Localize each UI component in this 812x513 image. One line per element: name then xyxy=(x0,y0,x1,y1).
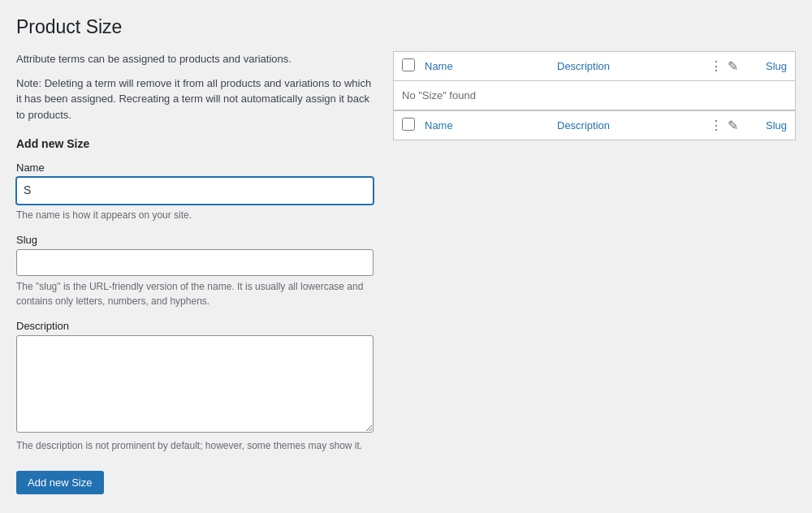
page-title: Product Size xyxy=(16,16,796,38)
description-field-group: Description The description is not promi… xyxy=(16,320,374,453)
slug-label: Slug xyxy=(16,234,374,246)
header-checkbox[interactable] xyxy=(402,58,415,71)
table-footer-row: Name Description ⋮ ✎ Slug xyxy=(394,110,795,140)
name-input[interactable] xyxy=(16,177,374,205)
terms-table: Name Description ⋮ ✎ Slug No "Size" foun… xyxy=(393,51,796,140)
slug-input[interactable] xyxy=(16,249,374,277)
footer-checkbox-col xyxy=(402,118,425,133)
name-hint: The name is how it appears on your site. xyxy=(16,208,374,222)
edit-icon: ✎ xyxy=(728,58,738,74)
table-header-row: Name Description ⋮ ✎ Slug xyxy=(394,52,795,81)
description-hint: The description is not prominent by defa… xyxy=(16,438,374,453)
header-icons-col: ⋮ ✎ xyxy=(689,58,738,74)
footer-name-col[interactable]: Name xyxy=(425,119,557,131)
sort-icon: ⋮ xyxy=(710,58,723,74)
empty-message: No "Size" found xyxy=(402,89,476,101)
footer-icons-col: ⋮ ✎ xyxy=(689,118,738,133)
name-label: Name xyxy=(16,162,374,174)
description-label: Description xyxy=(16,320,374,332)
header-checkbox-col xyxy=(402,58,425,74)
left-panel: Attribute terms can be assigned to produ… xyxy=(16,51,374,494)
info-text-1: Attribute terms can be assigned to produ… xyxy=(16,51,374,67)
header-name-col[interactable]: Name xyxy=(425,60,557,72)
empty-state-row: No "Size" found xyxy=(394,81,795,110)
footer-slug-col[interactable]: Slug xyxy=(738,119,787,131)
add-new-size-button[interactable]: Add new Size xyxy=(16,471,104,494)
footer-description-col[interactable]: Description xyxy=(557,119,689,131)
note-text: Note: Deleting a term will remove it fro… xyxy=(16,75,374,123)
header-slug-col[interactable]: Slug xyxy=(738,60,787,72)
form-section-title: Add new Size xyxy=(16,137,374,150)
footer-sort-icon: ⋮ xyxy=(710,118,723,133)
slug-field-group: Slug The "slug" is the URL-friendly vers… xyxy=(16,234,374,309)
slug-hint: The "slug" is the URL-friendly version o… xyxy=(16,279,374,308)
footer-edit-icon: ✎ xyxy=(728,118,738,133)
description-textarea[interactable] xyxy=(16,335,374,433)
name-field-group: Name The name is how it appears on your … xyxy=(16,162,374,222)
footer-checkbox[interactable] xyxy=(402,118,415,131)
header-description-col[interactable]: Description xyxy=(557,60,689,72)
